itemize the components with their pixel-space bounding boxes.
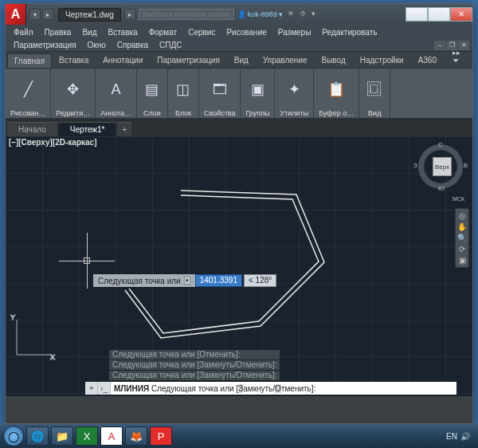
menu-insert[interactable]: Вставка [103,27,142,37]
menu-service[interactable]: Сервис [183,27,220,37]
viewcube-top-face[interactable]: Верх [433,157,452,176]
menu-format[interactable]: Формат [144,27,182,37]
taskbar-autocad[interactable]: A [100,426,123,446]
menu-dimensions[interactable]: Размеры [273,27,316,37]
command-line-chevron-icon[interactable]: ›_ [98,382,111,395]
move-tool-icon[interactable]: ✥ [61,77,85,101]
menu-file[interactable]: Файл [9,27,38,37]
user-badge[interactable]: 👤 kok-8989 ▾ [237,10,283,18]
window-controls: — ☐ ✕ [406,8,472,22]
menu-modify[interactable]: Редактировать [317,27,382,37]
options-dropdown-icon[interactable]: ▾ [184,277,190,285]
start-button[interactable]: ◯ [3,426,24,446]
panel-annotate: AАннота… [96,69,137,118]
minimize-button[interactable]: — [406,7,428,22]
clipboard-icon[interactable]: 📋 [324,77,348,101]
tab-addins[interactable]: Надстройки [353,53,411,68]
menu-spds[interactable]: СПДС [155,41,186,49]
taskbar-excel[interactable]: X [76,426,98,446]
viewcube[interactable]: Верх С Ю В З МСК [417,143,464,191]
menu-edit[interactable]: Правка [40,27,76,37]
svg-text:X: X [50,353,55,361]
qat-button[interactable]: ▾ [29,9,41,20]
menu-bar-2: Параметризация Окно Справка СПДС – ❐ ✕ [6,39,472,52]
wcs-label[interactable]: МСК [453,196,464,202]
menu-draw[interactable]: Рисование [221,27,271,37]
view-icon[interactable]: ⿴ [362,77,386,101]
chevron-down-icon: ▾ [279,10,283,18]
app-window: A ▾ ▸ Чертеж1.dwg ▸ 👤 kok-8989 ▾ ✕ ⯑ ▾ —… [5,3,473,424]
ribbon-tabs: Главная Вставка Аннотации Параметризация… [6,52,472,68]
nav-showmotion-icon[interactable]: ▣ [459,256,466,265]
dynamic-input: Следующая точка или ▾ 1401.3391 < 128° [93,274,276,287]
titlebar-tools: ✕ ⯑ ▾ [288,10,321,19]
tab-overflow[interactable]: ▸▸ ⏷ [445,45,472,68]
search-input[interactable] [139,9,234,20]
nav-orbit-icon[interactable]: ⟳ [459,245,465,253]
panel-groups: ▣Группы [241,69,275,118]
doc-tab-start[interactable]: Начало [7,122,57,136]
panel-draw: ╱Рисован… [6,69,51,118]
doc-tab-drawing[interactable]: Чертеж1* [59,122,116,136]
nav-fullnav-icon[interactable]: ◎ [459,211,466,220]
tab-manage[interactable]: Управление [256,53,315,68]
system-tray[interactable]: EN 🔊 [446,432,475,441]
menu-view[interactable]: Вид [77,27,101,37]
drawing-viewport[interactable]: [–][Сверху][2D-каркас] Следующая точка и… [6,136,472,396]
command-line-handle-icon[interactable]: ⌖ [85,382,98,395]
utilities-icon[interactable]: ✦ [282,77,306,101]
help-icon[interactable]: ⯑ [300,10,309,19]
command-line[interactable]: ⌖ ›_ МЛИНИЯ Следующая точка или [Замкнут… [85,382,456,395]
titlebar: A ▾ ▸ Чертеж1.dwg ▸ 👤 kok-8989 ▾ ✕ ⯑ ▾ —… [6,4,472,25]
tab-view[interactable]: Вид [227,53,256,68]
navigation-bar: ◎ ✋ 🔍 ⟳ ▣ [455,208,469,268]
chevron-down-icon[interactable]: ▾ [311,10,321,19]
command-line-text[interactable]: МЛИНИЯ Следующая точка или [Замкнуть/Отм… [111,384,319,393]
taskbar-explorer[interactable]: 📁 [51,426,73,446]
group-icon[interactable]: ▣ [245,77,269,101]
user-name: kok-8989 [248,10,277,18]
tab-home[interactable]: Главная [7,53,52,68]
layers-icon[interactable]: ▤ [140,77,164,101]
tray-sound-icon[interactable]: 🔊 [460,432,470,441]
tab-a360[interactable]: A360 [411,53,444,68]
block-icon[interactable]: ◫ [171,77,195,101]
tab-insert[interactable]: Вставка [52,53,96,68]
panel-utilities: ✦Утилиты [275,69,314,118]
menu-window[interactable]: Окно [83,41,111,49]
taskbar-firefox[interactable]: 🦊 [125,426,147,446]
taskbar-chrome[interactable]: 🌐 [26,426,49,446]
cmd-history-line: Следующая точка или [Замкнуть/Отменить]: [109,371,280,380]
tab-annotate[interactable]: Аннотации [96,53,150,68]
maximize-button[interactable]: ☐ [428,7,450,22]
app-logo-icon[interactable]: A [6,4,26,25]
properties-icon[interactable]: 🗔 [208,77,232,101]
compass-w: З [413,162,417,169]
viewport-controls[interactable]: [–][Сверху][2D-каркас] [9,138,96,147]
user-icon: 👤 [237,10,246,18]
angle-input[interactable]: < 128° [244,274,276,287]
document-tabs: Начало Чертеж1* + [6,119,472,136]
menu-help[interactable]: Справка [112,41,153,49]
close-button[interactable]: ✕ [450,7,472,22]
command-history: Следующая точка или [Отменить]: Следующа… [109,349,280,380]
nav-zoom-icon[interactable]: 🔍 [457,234,467,242]
mdi-minimize-button[interactable]: – [434,41,445,50]
compass-n: С [438,141,443,148]
line-tool-icon[interactable]: ╱ [16,77,40,101]
menu-parametric[interactable]: Параметризация [9,41,81,49]
nav-pan-icon[interactable]: ✋ [457,222,467,231]
panel-view: ⿴Вид [359,69,390,118]
exchange-icon[interactable]: ✕ [288,10,297,19]
taskbar-app[interactable]: P [150,426,172,446]
text-tool-icon[interactable]: A [104,77,128,101]
doc-tab-new-button[interactable]: + [117,122,131,136]
distance-input[interactable]: 1401.3391 [195,274,242,287]
tab-parametric[interactable]: Параметризация [150,53,227,68]
qat-button[interactable]: ▸ [42,9,53,20]
qat-button[interactable]: ▸ [124,9,135,20]
panel-modify: ✥Редакти… [51,69,96,118]
polyline-geometry [117,183,348,353]
tray-lang[interactable]: EN [446,432,457,441]
tab-output[interactable]: Вывод [315,53,353,68]
